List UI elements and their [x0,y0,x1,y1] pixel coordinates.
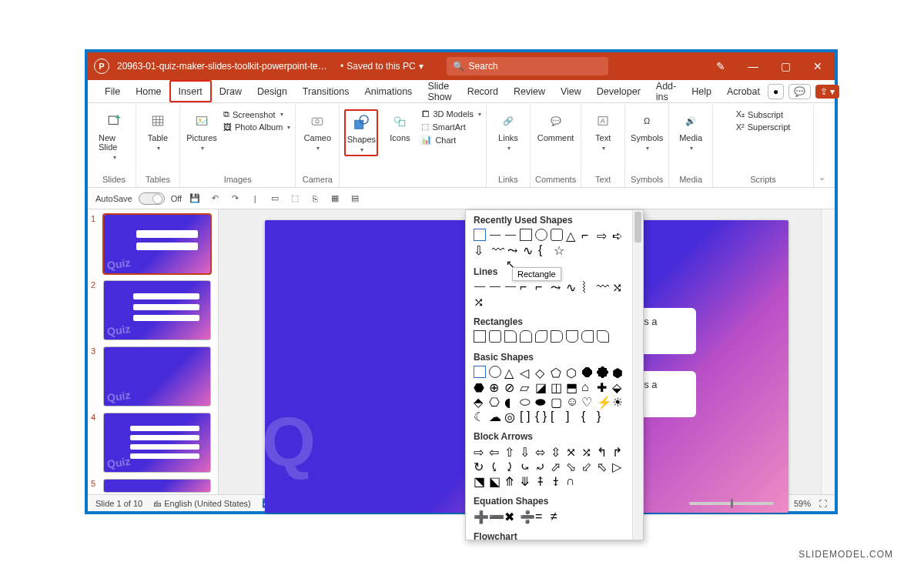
shape-rectangle[interactable] [520,229,532,241]
thumbnail-2[interactable]: Quiz [103,280,211,340]
shape-arrow-block[interactable]: ➪ [612,229,624,241]
arrow[interactable]: ⬀ [551,460,563,472]
bshape[interactable]: ⯄ [597,366,609,378]
qat-btn-2[interactable]: ⬚ [288,192,302,206]
qat-btn-1[interactable]: ▭ [268,192,282,206]
maximize-button[interactable]: ▢ [775,55,796,77]
shape-connector[interactable]: ⌐ [581,229,594,241]
arrow[interactable]: ⬄ [535,445,547,457]
line-curve[interactable]: ⤳ [551,280,563,293]
bshape[interactable]: ⚡ [597,395,609,407]
shape-rounded-rect[interactable] [551,229,563,241]
arrow[interactable]: ↰ [597,445,609,457]
bshape[interactable]: △ [504,366,517,378]
search-input[interactable]: 🔍 Search [447,57,608,75]
symbols-button[interactable]: ΩSymbols [630,109,664,153]
arrow[interactable]: ⤸ [504,460,517,472]
tab-design[interactable]: Design [249,80,295,102]
bshape[interactable]: ⎔ [489,395,501,407]
eq-minus[interactable]: ➖ [489,510,501,522]
redo-button[interactable]: ↷ [228,192,242,206]
bshape[interactable]: ◁ [520,366,532,378]
bshape[interactable]: ] [566,410,578,422]
smartart-button[interactable]: ⬚SmartArt [421,122,481,132]
bshape[interactable]: [ ] [520,410,532,422]
arrow[interactable]: ⇧ [504,445,517,457]
line-1[interactable] [474,280,486,293]
thumbnail-3[interactable]: Quiz [103,346,211,406]
shape-arrow-r[interactable]: ⇨ [597,229,609,241]
bshape[interactable]: ◫ [551,380,563,393]
tab-review[interactable]: Review [506,80,553,102]
bshape[interactable]: ♡ [581,395,594,407]
bshape[interactable]: ◎ [504,410,517,422]
tab-record[interactable]: Record [460,80,506,102]
save-icon[interactable]: 💾 [188,192,202,206]
arrow[interactable]: ⬔ [474,474,486,487]
shapes-scrollbar[interactable] [632,210,643,540]
bshape[interactable]: ◪ [535,380,547,393]
bshape[interactable]: } [597,410,609,422]
tab-animations[interactable]: Animations [357,80,420,102]
bshape[interactable]: ⯃ [581,366,594,378]
line-curve2[interactable]: ∿ [566,280,578,293]
fit-button[interactable]: ⛶ [819,499,827,508]
line-free[interactable]: 〰 [597,280,609,293]
bshape[interactable] [489,366,501,378]
shape-curve[interactable]: 〰 [492,243,504,256]
qat-btn-5[interactable]: ▤ [348,192,362,206]
tab-draw[interactable]: Draw [212,80,249,102]
arrow[interactable]: ⤈ [551,474,563,487]
bshape[interactable]: ▱ [520,380,532,393]
rect-5[interactable] [535,330,547,343]
shape-brace[interactable]: { [538,243,551,256]
arrow[interactable]: ⬃ [581,460,594,472]
bshape[interactable]: { } [535,410,547,422]
bshape[interactable]: ⬬ [535,395,547,407]
save-status[interactable]: • Saved to this PC ▾ [340,61,424,72]
new-slide-button[interactable]: New Slide [97,109,131,162]
line-elbow2[interactable]: ⌐ [535,280,547,293]
cameo-button[interactable]: Cameo [300,109,334,153]
3d-models-button[interactable]: ⧠3D Models [421,109,481,119]
rect-4[interactable] [520,330,532,343]
tab-acrobat[interactable]: Acrobat [719,80,768,102]
arrow[interactable]: ⤧ [566,445,578,457]
screenshot-button[interactable]: ⧉Screenshot [223,109,290,119]
zoom-slider[interactable] [689,502,774,505]
rect-1[interactable] [474,330,486,343]
rect-6[interactable] [551,330,563,343]
arrow[interactable]: ⬁ [597,460,609,472]
rect-8[interactable] [581,330,594,343]
slide-canvas[interactable]: Q ple text. Insert your here. This is a … [219,209,835,494]
shape-textbox[interactable] [474,229,486,241]
bshape[interactable]: ⬙ [612,380,624,393]
tab-developer[interactable]: Developer [589,80,648,102]
minimize-button[interactable]: — [742,55,764,77]
zoom-percent[interactable]: 59% [794,499,811,508]
close-button[interactable]: ✕ [807,55,829,77]
bshape[interactable]: ⬠ [551,366,563,378]
thumbnail-5[interactable] [103,479,211,493]
pictures-button[interactable]: Pictures [185,109,219,153]
subscript-button[interactable]: X₂ Subscript [736,109,791,119]
bshape[interactable]: { [581,410,594,422]
shape-triangle[interactable]: △ [566,229,578,241]
shape-arrow-down[interactable]: ⇩ [474,243,486,256]
shape-scribble[interactable]: ∿ [523,243,535,256]
chart-button[interactable]: 📊Chart [421,135,481,145]
arrow[interactable]: ⬂ [566,460,578,472]
bshape[interactable]: ⬡ [566,366,578,378]
arrow[interactable]: ⤮ [581,445,594,457]
bshape[interactable]: ⌂ [581,380,594,393]
arrow[interactable]: ⤹ [489,460,501,472]
pen-icon[interactable]: ✎ [710,55,732,77]
bshape[interactable]: ☁ [489,410,501,422]
slide-counter[interactable]: Slide 1 of 10 [95,499,142,508]
arrow[interactable]: ⬕ [489,474,501,487]
tab-insert[interactable]: Insert [169,80,212,102]
tab-slideshow[interactable]: Slide Show [420,80,459,102]
tab-addins[interactable]: Add-ins [648,80,684,102]
bshape[interactable]: ◖ [504,395,517,407]
rect-2[interactable] [489,330,501,343]
